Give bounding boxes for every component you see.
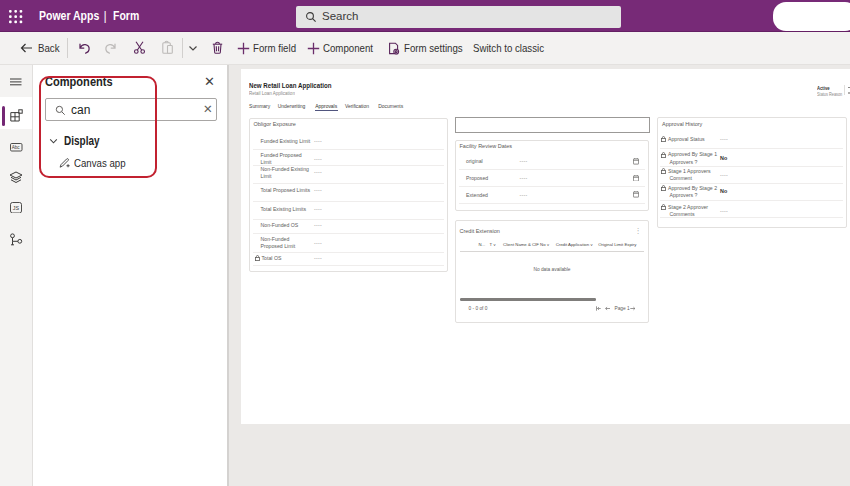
svg-text:Abc: Abc <box>12 145 21 150</box>
svg-text:JS: JS <box>13 205 20 211</box>
